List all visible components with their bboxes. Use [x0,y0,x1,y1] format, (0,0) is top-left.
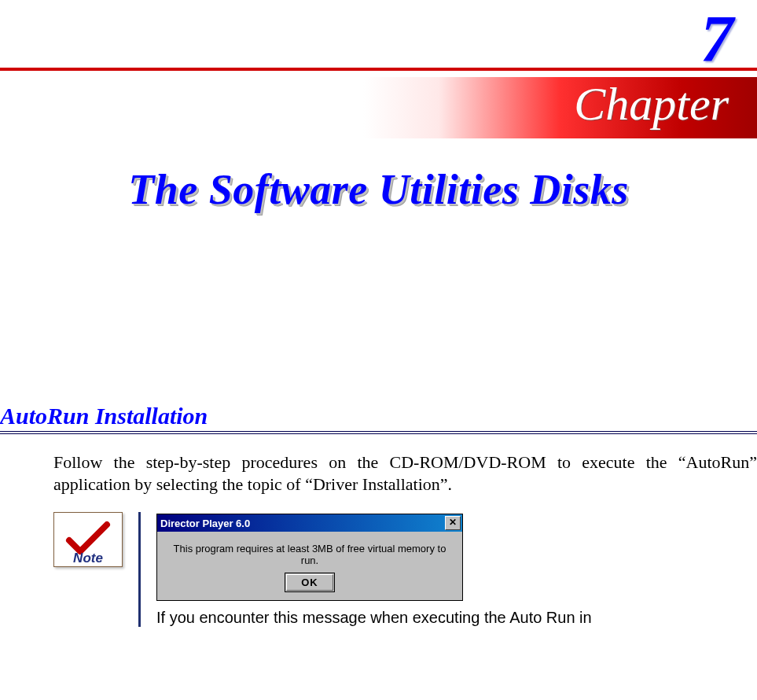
ok-button-label: OK [286,574,333,591]
chapter-title: The Software Utilities Disks [0,165,757,214]
dialog-titlebar: Director Player 6.0 ✕ [157,514,462,532]
document-page: 7 Chapter The Software Utilities Disks A… [0,6,757,627]
double-rule [0,431,757,434]
section-heading: AutoRun Installation [0,403,757,429]
note-caption: If you encounter this message when execu… [156,609,757,627]
horizontal-rule [0,68,757,71]
note-block: Note Director Player 6.0 ✕ This program … [53,512,757,627]
note-icon-label: Note [57,551,119,565]
ok-button[interactable]: OK [285,573,335,592]
chapter-banner: Chapter [0,77,757,138]
dialog-title: Director Player 6.0 [160,518,250,529]
note-content: Director Player 6.0 ✕ This program requi… [156,512,757,627]
dialog-body: This program requires at least 3MB of fr… [157,532,462,600]
body-paragraph: Follow the step-by-step procedures on th… [53,451,757,495]
dialog-message: This program requires at least 3MB of fr… [165,543,454,566]
dialog-window: Director Player 6.0 ✕ This program requi… [156,514,463,601]
close-icon[interactable]: ✕ [445,516,461,530]
chapter-label: Chapter [574,77,729,131]
vertical-divider [138,512,141,627]
note-icon: Note [53,512,123,567]
chapter-number: 7 [0,6,757,72]
